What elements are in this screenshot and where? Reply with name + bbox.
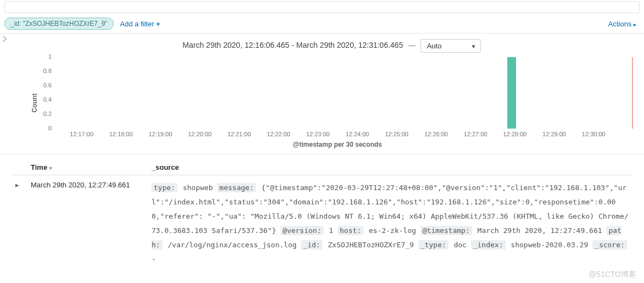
ytick: 0.8	[40, 68, 52, 74]
xtick: 12:17:00	[70, 131, 93, 137]
field-path-value: /var/log/nginx/access_json.log	[164, 241, 301, 249]
xtick: 12:18:00	[109, 131, 133, 137]
add-filter-label: Add a filter	[120, 20, 156, 28]
query-bar-input[interactable]	[4, 1, 640, 13]
ytick: 0.6	[40, 82, 52, 88]
field-host: host:	[338, 226, 363, 235]
plot-area: 0 0.2 0.4 0.6 0.8 1	[54, 57, 633, 129]
x-axis-label: @timestamp per 30 seconds	[42, 141, 633, 148]
chevron-down-icon: ▼	[471, 43, 477, 49]
field-version-value: 1	[324, 226, 337, 235]
watermark: @51CTO博客	[589, 270, 636, 280]
chart-area[interactable]: 0 0.2 0.4 0.6 0.8 1 12:17:00 12:18:00 12…	[42, 57, 633, 148]
actions-label: Actions	[608, 20, 634, 28]
field-index-value: shopweb-2020.03.29	[507, 241, 593, 249]
field-id-value: ZxSOJHEBTozHOZXrE7_9	[323, 241, 418, 249]
filter-pill-prefix: _id:	[10, 20, 23, 27]
ytick: 0.2	[40, 110, 52, 117]
histogram-bar[interactable]	[507, 57, 516, 129]
xtick: 12:29:00	[542, 131, 566, 137]
field-type-value: shopweb	[178, 184, 217, 192]
expand-column-header	[11, 160, 26, 175]
field-message: message:	[217, 183, 256, 192]
filter-bar: _id: "ZxSOJHEBTozHOZXrE7_9" Add a filter…	[0, 15, 644, 34]
xtick: 12:25:00	[385, 131, 408, 137]
expand-row-toggle[interactable]: ▸	[11, 175, 26, 273]
chart-edge-marker	[632, 57, 633, 129]
xtick: 12:20:00	[188, 131, 211, 137]
field-timestamp-value: March 29th 2020, 12:27:49.661	[473, 226, 607, 235]
field-host-value: es-2-zk-log	[365, 226, 421, 235]
x-axis: 12:17:00 12:18:00 12:19:00 12:20:00 12:2…	[54, 129, 633, 140]
xtick: 12:19:00	[149, 131, 172, 137]
field-id: _id:	[301, 240, 322, 249]
xtick: 12:26:00	[424, 131, 448, 137]
interval-value: Auto	[427, 42, 441, 50]
xtick: 12:27:00	[464, 131, 488, 137]
time-header-label: Time	[31, 163, 47, 171]
histogram-chart: March 29th 2020, 12:16:06.465 - March 29…	[0, 34, 644, 154]
xtick: 12:24:00	[345, 131, 369, 137]
y-axis-label: Count	[31, 93, 38, 113]
xtick: 12:30:00	[582, 131, 606, 137]
field-timestamp: @timestamp:	[421, 226, 472, 235]
field-type: type:	[152, 183, 177, 192]
interval-select[interactable]: Auto ▼	[421, 39, 481, 53]
field-index: _index:	[471, 240, 506, 249]
field-score-value: -	[152, 255, 156, 263]
plus-icon: +	[156, 20, 160, 28]
ytick: 0.4	[40, 96, 52, 103]
table-row: ▸ March 29th 2020, 12:27:49.661 type: sh…	[11, 175, 633, 273]
xtick: 12:28:00	[503, 131, 527, 137]
dash: —	[408, 41, 416, 49]
time-column-header[interactable]: Time ▾	[26, 160, 147, 175]
time-range-row: March 29th 2020, 12:16:06.465 - March 29…	[31, 39, 633, 53]
time-range-text: March 29th 2020, 12:16:06.465 - March 29…	[183, 41, 404, 49]
filter-pill-value: "ZxSOJHEBTozHOZXrE7_9"	[23, 20, 108, 27]
xtick: 12:22:00	[267, 131, 290, 137]
sort-desc-icon: ▾	[49, 165, 52, 171]
xtick: 12:21:00	[227, 131, 251, 137]
field-type2-value: doc	[450, 241, 471, 249]
ytick: 0	[40, 125, 52, 131]
documents-table: Time ▾ _source ▸ March 29th 2020, 12:27:…	[0, 154, 644, 283]
time-cell: March 29th 2020, 12:27:49.661	[26, 175, 147, 273]
xtick: 12:23:00	[306, 131, 330, 137]
field-version: @version:	[281, 226, 323, 235]
chevron-right-icon: ▸	[634, 21, 636, 27]
source-column-header[interactable]: _source	[147, 160, 633, 175]
field-type2: _type:	[418, 240, 449, 249]
actions-menu[interactable]: Actions ▸	[608, 20, 636, 28]
add-filter-button[interactable]: Add a filter +	[120, 20, 160, 28]
ytick: 1	[40, 53, 52, 60]
field-score: _score:	[592, 240, 627, 249]
source-cell: type: shopweb message: {"@timestamp":"20…	[147, 175, 633, 273]
filter-pill-id[interactable]: _id: "ZxSOJHEBTozHOZXrE7_9"	[4, 18, 114, 30]
